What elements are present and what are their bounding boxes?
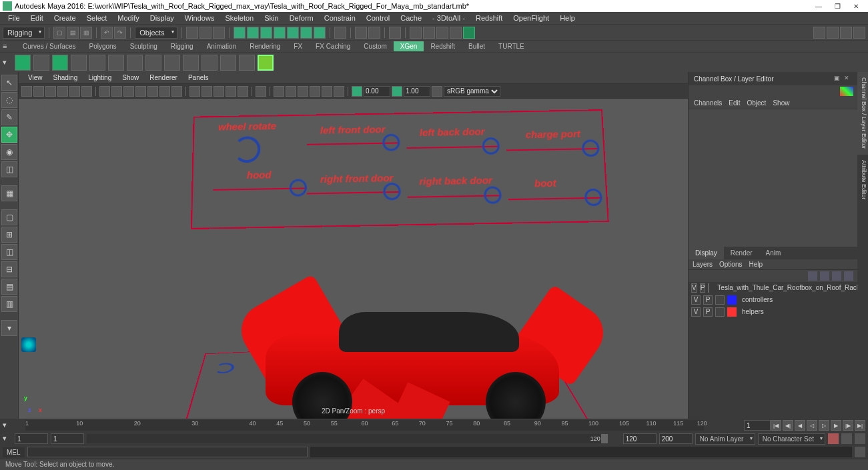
open-scene-button[interactable]: ▤ <box>67 27 79 39</box>
rig-right-back-door-slider[interactable] <box>484 186 502 204</box>
sel-by-component-button[interactable] <box>213 27 225 39</box>
close-button[interactable]: ✕ <box>847 3 865 10</box>
snap-curve-button[interactable] <box>247 27 259 39</box>
layout-two-side-button[interactable]: ◫ <box>1 244 17 260</box>
play-backward-button[interactable]: ◁ <box>807 420 817 431</box>
toggle-channel-box-button[interactable] <box>853 27 865 39</box>
vp-resolution-gate-button[interactable] <box>123 86 134 97</box>
ipr-render-button[interactable] <box>368 27 380 39</box>
vp-grid-button[interactable] <box>99 86 110 97</box>
rig-right-front-door-slider[interactable] <box>383 183 401 201</box>
vp-field-chart-button[interactable] <box>147 86 158 97</box>
vp-menu-renderer[interactable]: Renderer <box>144 73 183 83</box>
layout-single-button[interactable]: ▢ <box>1 209 17 225</box>
vp-xray-button[interactable] <box>274 86 284 97</box>
layer-menu-layers[interactable]: Layers <box>693 261 713 268</box>
layout-outliner-button[interactable]: ▥ <box>1 296 17 312</box>
menu-help[interactable]: Help <box>554 13 580 23</box>
menu-skin[interactable]: Skin <box>259 13 284 23</box>
layer-playback-toggle[interactable]: P <box>703 307 713 317</box>
menu-set-dropdown[interactable]: Rigging <box>3 27 45 39</box>
menu-create[interactable]: Create <box>49 13 81 23</box>
new-scene-button[interactable]: ▢ <box>53 27 65 39</box>
snap-plane-button[interactable] <box>274 27 286 39</box>
vp-view-transform-dropdown[interactable]: sRGB gamma <box>444 86 500 97</box>
shelf-tab-polygons[interactable]: Polygons <box>82 41 123 51</box>
menu-select[interactable]: Select <box>81 13 113 23</box>
layer-new-empty-button[interactable] <box>832 271 841 281</box>
go-to-end-button[interactable]: ▶| <box>855 420 865 431</box>
layer-playback-toggle[interactable]: P <box>703 295 713 305</box>
xgen-icon-7[interactable] <box>127 55 143 71</box>
panel-undock-button[interactable]: ▣ <box>834 75 842 83</box>
render-frame-button[interactable] <box>355 27 367 39</box>
move-tool[interactable]: ✥ <box>1 127 17 143</box>
xgen-icon-12[interactable] <box>220 55 236 71</box>
xgen-icon-4[interactable] <box>71 55 87 71</box>
range-slider-handle[interactable] <box>601 434 608 443</box>
paint-select-tool[interactable]: ✎ <box>1 109 17 125</box>
vp-image-plane-button[interactable] <box>57 86 68 97</box>
vp-menu-view[interactable]: View <box>23 73 48 83</box>
undo-button[interactable]: ↶ <box>101 27 113 39</box>
vp-shaded-button[interactable] <box>201 86 212 97</box>
vp-color-mgmt-button[interactable] <box>432 86 442 97</box>
vp-safe-title-button[interactable] <box>171 86 182 97</box>
xgen-icon-3[interactable] <box>52 55 68 71</box>
menu-edit[interactable]: Edit <box>25 13 49 23</box>
menu-display[interactable]: Display <box>145 13 179 23</box>
shelf-tab-fxcaching[interactable]: FX Caching <box>309 41 357 51</box>
maximize-button[interactable]: ❐ <box>828 3 847 10</box>
layer-tab-anim[interactable]: Anim <box>759 247 788 259</box>
script-editor-button[interactable] <box>855 447 865 457</box>
select-tool[interactable]: ↖ <box>1 75 17 91</box>
range-start-input[interactable] <box>51 433 84 444</box>
vp-xray-joints-button[interactable] <box>286 86 296 97</box>
layer-name[interactable]: Tesla_with_Thule_Car_Roofbox_on_Roof_Rac… <box>715 284 868 291</box>
step-back-key-button[interactable]: ◀| <box>783 420 793 431</box>
script-language-label[interactable]: MEL <box>3 447 25 457</box>
xgen-icon-13[interactable] <box>239 55 255 71</box>
rig-ground-rotate-control[interactable] <box>213 363 236 374</box>
layer-tab-render[interactable]: Render <box>724 247 759 259</box>
current-frame-input[interactable] <box>744 420 771 431</box>
menu-control[interactable]: Control <box>361 13 395 23</box>
shelf-menu-button[interactable]: ≡ <box>3 42 12 51</box>
shelf-tab-redshift[interactable]: Redshift <box>424 41 462 51</box>
shelf-tab-sculpting[interactable]: Sculpting <box>123 41 164 51</box>
snap-point-button[interactable] <box>260 27 272 39</box>
vp-gate-mask-button[interactable] <box>135 86 146 97</box>
layer-visibility-toggle[interactable]: V <box>691 283 697 293</box>
layout-two-stacked-button[interactable]: ⊟ <box>1 261 17 277</box>
layout-2-button[interactable] <box>423 27 435 39</box>
snap-toggle-button[interactable] <box>314 27 326 39</box>
layer-name[interactable]: controllers <box>739 296 855 303</box>
range-menu-button[interactable]: ▾ <box>3 434 12 443</box>
range-end-input[interactable] <box>623 433 657 444</box>
layer-tab-display[interactable]: Display <box>689 247 724 259</box>
xgen-icon-1[interactable] <box>15 55 31 71</box>
menu-cache[interactable]: Cache <box>395 13 427 23</box>
time-slider[interactable]: ▾ 1 10 20 30 40 45 50 55 60 65 70 75 80 … <box>0 419 868 432</box>
vp-menu-panels[interactable]: Panels <box>183 73 214 83</box>
xgen-icon-2[interactable] <box>33 55 49 71</box>
render-settings-button[interactable] <box>389 27 401 39</box>
snap-grid-button[interactable] <box>234 27 246 39</box>
step-forward-key-button[interactable]: |▶ <box>843 420 853 431</box>
rig-boot-slider[interactable] <box>584 189 603 207</box>
xgen-icon-9[interactable] <box>164 55 180 71</box>
viewport-3d[interactable]: wheel rotate left front door left back d… <box>19 99 688 419</box>
vp-wireframe-button[interactable] <box>189 86 200 97</box>
layer-move-down-button[interactable] <box>820 271 829 281</box>
vp-film-gate-button[interactable] <box>111 86 122 97</box>
xgen-icon-6[interactable] <box>108 55 124 71</box>
play-forward-button[interactable]: ▷ <box>819 420 829 431</box>
chan-menu-show[interactable]: Show <box>773 99 789 107</box>
menu-openflight[interactable]: OpenFlight <box>508 13 554 23</box>
view-cube-icon[interactable] <box>840 87 853 96</box>
menu-deform[interactable]: Deform <box>284 13 319 23</box>
layer-row[interactable]: V P controllers <box>689 294 857 306</box>
xgen-icon-11[interactable] <box>201 55 218 71</box>
toggle-tool-settings-button[interactable] <box>840 27 852 39</box>
shelf-tab-rigging[interactable]: Rigging <box>164 41 200 51</box>
